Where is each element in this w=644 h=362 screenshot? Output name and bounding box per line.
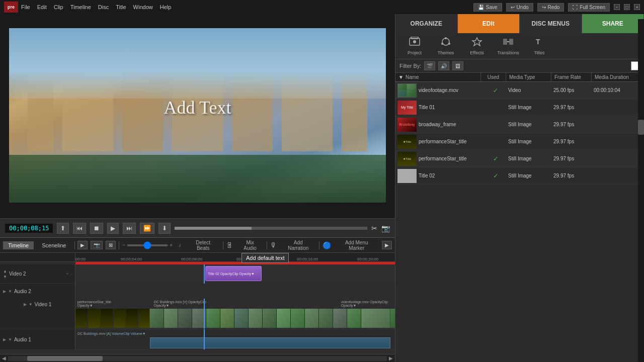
clip-title02[interactable]: Title 02 OpacityClip Opacity▼	[205, 266, 262, 281]
scroll-left-button[interactable]: ◀	[2, 355, 6, 361]
step-forward-button[interactable]: ⏭	[123, 223, 136, 234]
add-menu-marker-button[interactable]: Add Menu Marker	[334, 239, 379, 252]
track-name-video1: Video 1	[35, 302, 52, 307]
media-row-2[interactable]: Broadway broadway_frame Still Image 29.9…	[395, 116, 644, 133]
track-arrow-up-v2[interactable]: ▲	[3, 269, 7, 274]
track-content-audio2[interactable]	[75, 284, 395, 299]
go-to-start-button[interactable]: ⬆	[57, 223, 69, 234]
track-arrow-a2-2[interactable]: ▼	[8, 289, 12, 294]
track-arrows-video2: ▲ ▼	[3, 269, 7, 279]
rewind-button[interactable]: ⏮	[73, 223, 86, 234]
timeline-tracks[interactable]: 00;00 00;00;04;00 00;00;08;00 00;00;12;0…	[0, 253, 395, 354]
menu-file[interactable]: File	[21, 4, 30, 10]
sub-panel-effects[interactable]: Effects	[462, 35, 492, 57]
camera-button[interactable]: 📷	[381, 224, 390, 232]
col-header-name[interactable]: ▼ Name	[395, 73, 481, 81]
horizontal-scrollbar[interactable]	[8, 356, 387, 361]
delete-btn[interactable]: ⊠	[106, 241, 116, 249]
track-remove-v2[interactable]: -	[70, 272, 72, 276]
scrollbar-thumb[interactable]	[27, 356, 103, 361]
media-row-0[interactable]: videofootage.mov ✓ Video 25.00 fps 00:00…	[395, 82, 644, 99]
add-media-button[interactable]: ▶	[77, 241, 88, 249]
track-add-v2[interactable]: +	[66, 272, 69, 276]
track-arrow-a2[interactable]: ▶	[3, 289, 6, 294]
add-narration-button[interactable]: Add Narration	[280, 239, 316, 252]
clip-footage-thumbnail[interactable]	[390, 309, 395, 328]
sort-arrow-icon: ▼	[398, 74, 404, 80]
clip-perf-thumbnail[interactable]	[75, 309, 150, 328]
track-arrow-v1[interactable]: ▶	[24, 302, 27, 307]
right-panel-scrollbar[interactable]	[638, 19, 644, 362]
tab-organize[interactable]: ORGANIZE	[395, 14, 458, 33]
tab-timeline[interactable]: Timeline	[3, 241, 34, 249]
app-logo: pre File Edit Clip Timeline Disc Title W…	[4, 2, 171, 13]
menu-timeline[interactable]: Timeline	[70, 4, 91, 10]
media-row-3[interactable]: ★Title performanceStar_title Still Image…	[395, 133, 644, 150]
redo-button[interactable]: ↪ Redo	[537, 3, 565, 12]
audio1-waveform[interactable]	[150, 337, 390, 348]
filter-video-icon[interactable]: 🎬	[424, 61, 435, 70]
track-arrow-v1-2[interactable]: ▼	[29, 302, 33, 307]
play-button[interactable]: ▶	[107, 223, 119, 234]
preview-container: Add Text	[0, 14, 395, 218]
split-clip-button[interactable]: ✂	[371, 224, 377, 232]
go-to-end-button[interactable]: ⬇	[158, 223, 171, 234]
col-header-dur[interactable]: Media Duration	[592, 73, 644, 81]
track-name-audio1: Audio 1	[14, 337, 31, 342]
media-name-3: performanceStar_title	[419, 139, 483, 144]
camera-icon-btn[interactable]: 📷	[91, 241, 103, 249]
sub-panel-transitions[interactable]: Transitions	[493, 35, 523, 57]
media-row-4[interactable]: ★Title performanceStar_title ✓ Still Ima…	[395, 150, 644, 167]
track-content-video2[interactable]: Title 02 OpacityClip Opacity▼	[75, 264, 395, 284]
media-row-5[interactable]: Title 02 ✓ Still Image 29.97 fps	[395, 167, 644, 185]
detect-beats-button[interactable]: Detect Beats	[186, 239, 220, 252]
zoom-slider[interactable]	[127, 244, 168, 246]
svg-rect-9	[509, 39, 513, 45]
close-button[interactable]: ×	[634, 4, 640, 10]
save-button[interactable]: 💾 Save	[473, 3, 502, 12]
toolbar-separator-5	[319, 241, 319, 249]
sub-panel-project[interactable]: Project	[399, 35, 430, 57]
stop-button[interactable]: ⏹	[90, 223, 103, 234]
menu-clip[interactable]: Clip	[54, 4, 63, 10]
filter-image-icon[interactable]: 🖼	[452, 61, 463, 70]
menu-title[interactable]: Title	[116, 4, 126, 10]
collapse-button[interactable]: ▶	[382, 241, 392, 249]
col-header-fps[interactable]: Frame Rate	[551, 73, 592, 81]
transitions-icon	[503, 37, 514, 49]
filter-audio-icon[interactable]: 🔊	[438, 61, 449, 70]
track-arrow-a1[interactable]: ▶	[3, 337, 6, 342]
track-content-audio1[interactable]: DC Buildings.mov [A] VolumeClip Volume▼	[75, 329, 395, 349]
col-header-type[interactable]: Media Type	[506, 73, 551, 81]
tab-edit[interactable]: EDIt	[458, 14, 520, 33]
clip-buildings-thumbnail[interactable]	[150, 309, 390, 328]
menu-edit[interactable]: Edit	[37, 4, 47, 10]
restore-button[interactable]: □	[624, 4, 630, 10]
time-display: 00;00;08;15	[5, 224, 53, 233]
menu-disc[interactable]: Disc	[98, 4, 109, 10]
track-arrow-down-v2[interactable]: ▼	[3, 275, 7, 279]
sub-panel-themes[interactable]: Themes	[431, 35, 461, 57]
col-header-used[interactable]: Used	[481, 73, 506, 81]
menu-window[interactable]: Window	[133, 4, 153, 10]
tab-share[interactable]: SHARE	[582, 14, 645, 33]
tab-sceneline[interactable]: Sceneline	[37, 241, 71, 249]
transport-progress[interactable]	[175, 227, 367, 230]
toolbar-separator-3	[223, 241, 223, 249]
transitions-label: Transitions	[497, 50, 519, 55]
minimize-button[interactable]: −	[614, 4, 620, 10]
mix-audio-button[interactable]: Mix Audio	[236, 239, 264, 252]
scroll-right-button[interactable]: ▶	[389, 355, 393, 361]
fast-forward-button[interactable]: ⏩	[140, 223, 154, 234]
undo-button[interactable]: ↩ Undo	[506, 3, 533, 12]
right-scrollbar-thumb[interactable]	[638, 120, 644, 135]
menu-help[interactable]: Help	[160, 4, 172, 10]
sub-panel-titles[interactable]: T Titles	[524, 35, 554, 57]
track-content-video1[interactable]: performanceStar_title Opacity▼ DC Buildi…	[75, 299, 395, 329]
track-label-video1: ▶ ▼ Video 1	[0, 299, 75, 329]
media-row-1[interactable]: My Title Title 01 Still Image 29.97 fps	[395, 99, 644, 116]
fullscreen-button[interactable]: ⛶ Full Screen	[568, 3, 610, 12]
media-fps-0: 25.00 fps	[553, 87, 594, 93]
track-arrow-a1-2[interactable]: ▼	[8, 337, 12, 342]
tab-disc-menus[interactable]: DISC MENUS	[520, 14, 582, 33]
